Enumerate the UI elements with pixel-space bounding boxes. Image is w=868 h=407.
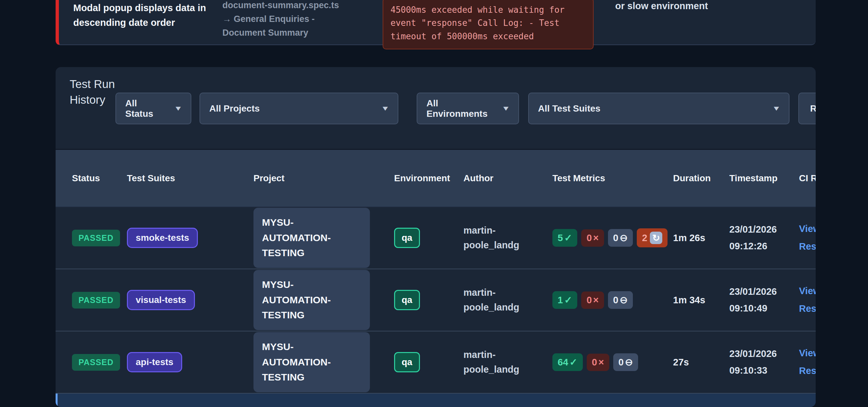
- duration-value: 27s: [673, 357, 689, 368]
- chevron-down-icon: ▼: [772, 105, 781, 112]
- project-chip: MYSU-AUTOMATION-TESTING: [253, 208, 370, 268]
- timestamp-value: 23/01/2026 09:10:33: [729, 346, 799, 379]
- flaky-count-chip: 2↻: [637, 228, 668, 248]
- failed-count-chip: 0×: [581, 229, 604, 247]
- view-run-results-link[interactable]: View Run Result(s): [799, 220, 816, 255]
- test-suite-badge: smoke-tests: [127, 228, 198, 248]
- column-header-timestamp: Timestamp: [729, 170, 799, 187]
- skip-icon: ⊖: [625, 357, 633, 368]
- test-suite-badge: api-tests: [127, 352, 182, 372]
- column-header-test-metrics: Test Metrics: [552, 170, 673, 187]
- skip-icon: ⊖: [620, 294, 628, 306]
- test-suite-filter-value: All Test Suites: [538, 104, 600, 114]
- test-suite-badge: visual-tests: [127, 290, 195, 310]
- chevron-down-icon: ▼: [174, 105, 183, 112]
- author-name: martin-poole_landg: [463, 223, 532, 253]
- cross-icon: ×: [593, 233, 599, 243]
- failed-test-note: or slow environment: [594, 0, 816, 11]
- author-name: martin-poole_landg: [463, 285, 532, 315]
- test-metrics: 5✓ 0× 0⊖ 2↻: [552, 228, 673, 248]
- test-suite-filter-select[interactable]: All Test Suites ▼: [528, 93, 789, 124]
- cross-icon: ×: [593, 295, 599, 306]
- environment-filter-select[interactable]: All Environments ▼: [417, 93, 519, 124]
- duration-value: 1m 34s: [673, 295, 705, 305]
- table-row: PASSED smoke-tests MYSU-AUTOMATION-TESTI…: [56, 207, 816, 269]
- environment-badge: qa: [394, 352, 420, 372]
- chevron-down-icon: ▼: [381, 105, 390, 112]
- failed-test-error-message: 45000ms exceeded while waiting for event…: [383, 0, 594, 50]
- test-run-history-panel: Test Run History All Status ▼ All Projec…: [56, 67, 816, 407]
- check-icon: ✓: [564, 294, 572, 306]
- skipped-count-chip: 0⊖: [608, 291, 633, 309]
- skip-icon: ⊖: [620, 232, 628, 243]
- failed-test-card: Modal popup displays data in descending …: [56, 0, 816, 45]
- view-run-results-link[interactable]: View Run Result(s): [799, 282, 816, 317]
- failed-count-chip: 0×: [587, 354, 609, 371]
- check-icon: ✓: [569, 357, 577, 368]
- view-run-results-link[interactable]: View Run Result(s): [799, 345, 816, 379]
- passed-count-chip: 1✓: [552, 291, 577, 309]
- column-header-test-suites: Test Suites: [127, 170, 253, 187]
- column-header-project: Project: [253, 170, 394, 187]
- skipped-count-chip: 0⊖: [613, 353, 638, 371]
- project-chip: MYSU-AUTOMATION-TESTING: [253, 270, 370, 330]
- status-badge: PASSED: [72, 354, 120, 371]
- table-row: PASSED api-tests MYSU-AUTOMATION-TESTING…: [56, 331, 816, 394]
- passed-count-chip: 5✓: [552, 229, 577, 247]
- column-header-environment: Environment: [394, 170, 463, 187]
- retry-flaky-icon: ↻: [650, 232, 662, 244]
- environment-badge: qa: [394, 228, 420, 248]
- reset-filters-button[interactable]: Reset Filters: [798, 93, 816, 124]
- project-chip: MYSU-AUTOMATION-TESTING: [253, 332, 370, 392]
- passed-count-chip: 64✓: [552, 353, 583, 371]
- cross-icon: ×: [598, 357, 604, 368]
- column-header-duration: Duration: [673, 170, 729, 187]
- highlighted-table-row-partial[interactable]: [56, 394, 816, 407]
- column-header-author: Author: [463, 170, 552, 187]
- failed-count-chip: 0×: [581, 291, 604, 309]
- duration-value: 1m 26s: [673, 233, 705, 243]
- timestamp-value: 23/01/2026 09:10:49: [729, 283, 799, 317]
- test-metrics: 1✓ 0× 0⊖: [552, 291, 673, 309]
- project-filter-select[interactable]: All Projects ▼: [199, 93, 398, 124]
- skipped-count-chip: 0⊖: [608, 229, 633, 247]
- test-metrics: 64✓ 0× 0⊖: [552, 353, 673, 371]
- table-header-row: Status Test Suites Project Environment A…: [56, 149, 816, 207]
- column-header-status: Status: [72, 170, 127, 187]
- status-filter-value: All Status: [125, 98, 166, 119]
- page-title: Test Run History: [70, 76, 119, 108]
- project-filter-value: All Projects: [209, 104, 260, 114]
- chevron-down-icon: ▼: [502, 105, 510, 112]
- status-filter-select[interactable]: All Status ▼: [116, 93, 191, 124]
- environment-filter-value: All Environments: [427, 98, 494, 119]
- column-header-ci-run-link: CI Run Link: [799, 170, 816, 187]
- table-row: PASSED visual-tests MYSU-AUTOMATION-TEST…: [56, 269, 816, 331]
- failed-test-spec-path: document-summary.spec.ts → General Enqui…: [222, 0, 353, 40]
- environment-badge: qa: [394, 290, 420, 310]
- timestamp-value: 23/01/2026 09:12:26: [729, 221, 799, 255]
- check-icon: ✓: [564, 232, 572, 243]
- failed-test-title: Modal popup displays data in descending …: [59, 0, 222, 30]
- filter-bar: Test Run History All Status ▼ All Projec…: [56, 67, 816, 149]
- status-badge: PASSED: [72, 230, 120, 246]
- status-badge: PASSED: [72, 292, 120, 309]
- author-name: martin-poole_landg: [463, 347, 532, 377]
